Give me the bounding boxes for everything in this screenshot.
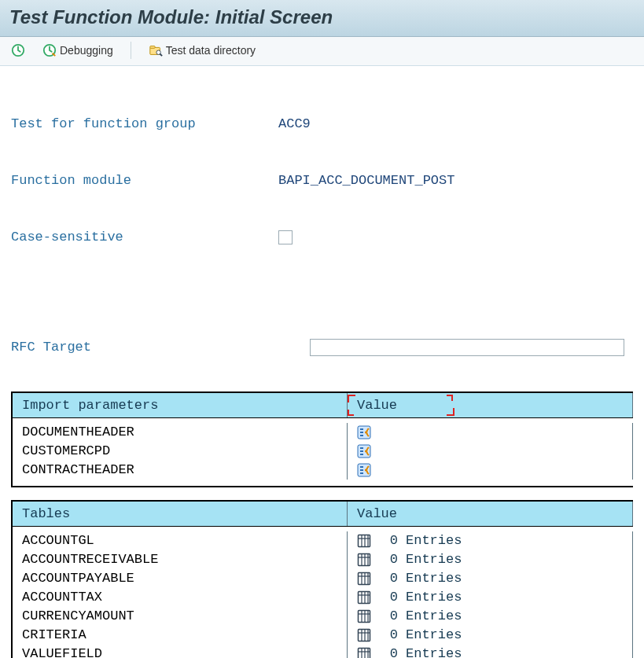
test-data-directory-button[interactable]: Test data directory <box>145 42 259 59</box>
debugging-label: Debugging <box>60 44 113 57</box>
title-bar: Test Function Module: Initial Screen <box>0 0 644 37</box>
import-row: CUSTOMERCPD <box>13 442 633 461</box>
entries-word: Entries <box>406 588 462 607</box>
case-sensitive-checkbox[interactable] <box>278 230 293 244</box>
table-icon[interactable] <box>357 647 371 658</box>
table-param-name: ACCOUNTTAX <box>13 588 348 607</box>
clock-debug-icon <box>42 43 57 57</box>
table-param-name: ACCOUNTPAYABLE <box>13 569 348 588</box>
entries-count: 0 <box>379 588 398 607</box>
table-row: ACCOUNTPAYABLE0Entries <box>13 569 633 588</box>
table-row: VALUEFIELD0Entries <box>13 645 633 658</box>
table-row: ACCOUNTGL0Entries <box>13 531 633 550</box>
function-module-value: BAPI_ACC_DOCUMENT_POST <box>278 171 454 190</box>
structure-icon[interactable] <box>357 425 371 439</box>
page-title: Test Function Module: Initial Screen <box>9 6 635 28</box>
function-group-value: ACC9 <box>278 115 311 134</box>
table-param-name: ACCOUNTGL <box>13 531 348 550</box>
entries-word: Entries <box>406 626 462 645</box>
rfc-target-input[interactable] <box>310 339 624 356</box>
entries-word: Entries <box>406 607 462 626</box>
toolbar-separator <box>131 42 131 59</box>
tables-table: Tables Value ACCOUNTGL0EntriesACCOUNTREC… <box>11 500 633 658</box>
table-param-name: ACCOUNTRECEIVABLE <box>13 550 348 569</box>
entries-count: 0 <box>379 550 398 569</box>
table-param-name: CRITERIA <box>13 626 348 645</box>
entries-count: 0 <box>379 645 398 658</box>
table-icon[interactable] <box>357 534 371 548</box>
function-group-label: Test for function group <box>11 115 278 134</box>
import-param-name: CONTRACTHEADER <box>13 461 348 480</box>
function-module-label: Function module <box>11 171 278 190</box>
import-row: CONTRACTHEADER <box>13 461 633 480</box>
import-header-value-text: Value <box>357 398 397 413</box>
debugging-button[interactable]: Debugging <box>39 42 116 59</box>
structure-icon[interactable] <box>357 463 371 477</box>
execute-button[interactable] <box>8 42 28 59</box>
entries-count: 0 <box>379 531 398 550</box>
structure-icon[interactable] <box>357 444 371 458</box>
import-row: DOCUMENTHEADER <box>13 423 633 442</box>
tables-header-name: Tables <box>13 502 348 526</box>
clock-run-icon <box>11 43 25 57</box>
import-parameters-table: Import parameters Value .focus-cell::aft… <box>11 391 633 487</box>
table-row: ACCOUNTTAX0Entries <box>13 588 633 607</box>
folder-search-icon <box>149 43 163 57</box>
table-row: CURRENCYAMOUNT0Entries <box>13 607 633 626</box>
entries-word: Entries <box>406 569 462 588</box>
case-sensitive-label: Case-sensitive <box>11 228 278 247</box>
table-row: CRITERIA0Entries <box>13 626 633 645</box>
import-header-name: Import parameters <box>13 393 348 417</box>
table-row: ACCOUNTRECEIVABLE0Entries <box>13 550 633 569</box>
toolbar: Debugging Test data directory <box>0 37 644 66</box>
function-info: Test for function group ACC9 Function mo… <box>0 66 644 379</box>
tables-header-value: Value <box>348 502 633 526</box>
svg-rect-3 <box>150 46 155 49</box>
entries-word: Entries <box>406 550 462 569</box>
table-param-name: CURRENCYAMOUNT <box>13 607 348 626</box>
table-param-name: VALUEFIELD <box>13 645 348 658</box>
table-icon[interactable] <box>357 628 371 642</box>
table-icon[interactable] <box>357 609 371 623</box>
import-header-value: Value .focus-cell::after{ right:auto; le… <box>348 393 633 417</box>
entries-count: 0 <box>379 607 398 626</box>
import-param-name: CUSTOMERCPD <box>13 442 348 461</box>
table-icon[interactable] <box>357 553 371 567</box>
entries-count: 0 <box>379 569 398 588</box>
table-icon[interactable] <box>357 572 371 586</box>
entries-word: Entries <box>406 645 462 658</box>
entries-word: Entries <box>406 531 462 550</box>
entries-count: 0 <box>379 626 398 645</box>
table-icon[interactable] <box>357 590 371 605</box>
import-param-name: DOCUMENTHEADER <box>13 423 348 442</box>
test-data-directory-label: Test data directory <box>166 44 256 57</box>
rfc-target-label: RFC Target <box>11 338 310 357</box>
